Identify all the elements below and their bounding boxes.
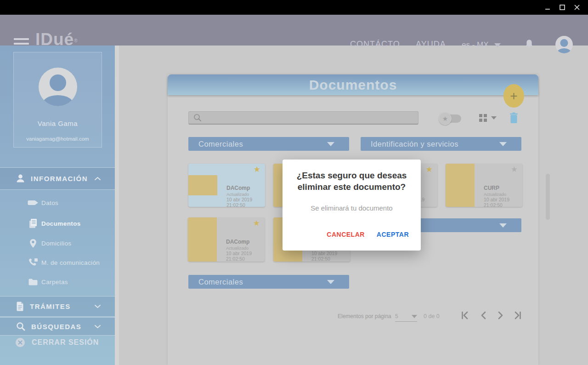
- search-icon: [16, 322, 25, 331]
- prev-page-button[interactable]: [479, 311, 488, 320]
- filter-label: Comerciales: [198, 278, 327, 286]
- star-icon[interactable]: ★: [426, 165, 433, 174]
- sidebar-section-label: INFORMACIÓN: [31, 175, 94, 182]
- accept-button[interactable]: ACEPTAR: [377, 231, 409, 238]
- next-page-button[interactable]: [496, 311, 505, 320]
- document-title: CURP: [484, 185, 499, 191]
- sidebar-section-busquedas[interactable]: BÚSQUEDAS: [0, 317, 115, 336]
- sidebar-item-comunicacion[interactable]: M. de comunicación: [0, 255, 115, 270]
- document-card-curp[interactable]: ★ CURP Actualizado 10 abr 2019 21:02:50: [446, 164, 522, 207]
- document-card-dacomp[interactable]: ★ DAComp Actualizado 10 abr 2019 21:02:5…: [188, 164, 265, 207]
- person-icon: [16, 174, 25, 183]
- scrollbar[interactable]: [546, 174, 550, 220]
- document-updated: 10 abr 2019 21:02:50: [226, 197, 265, 208]
- minimize-button[interactable]: [541, 0, 554, 15]
- sidebar-section-informacion[interactable]: INFORMACIÓN: [0, 167, 115, 190]
- profile-card: Vania Gama vaniagamag@hotmail.com: [13, 52, 102, 148]
- dialog-title: ¿Estas seguro que deseas eliminar este d…: [291, 170, 413, 193]
- document-status: Actualizado: [484, 192, 506, 197]
- bell-icon[interactable]: [525, 39, 534, 49]
- document-thumbnail: [446, 164, 475, 207]
- first-page-icon: [461, 311, 470, 320]
- prev-page-icon: [479, 311, 488, 320]
- user-avatar[interactable]: [555, 36, 573, 53]
- document-thumbnail: [188, 175, 217, 195]
- chevron-down-icon: [499, 142, 507, 146]
- page-title: Documentos: [309, 77, 397, 93]
- nav-contact[interactable]: CONTÁCTO: [350, 40, 400, 49]
- star-icon[interactable]: ★: [254, 165, 260, 174]
- filter-dropdown-identificacion[interactable]: Identificación y servicios: [361, 137, 521, 151]
- logout-button[interactable]: CERRAR SESIÓN: [0, 335, 115, 350]
- sidebar-section-label: BÚSQUEDAS: [31, 323, 94, 331]
- star-icon[interactable]: ★: [511, 165, 518, 174]
- sidebar: Vania Gama vaniagamag@hotmail.com INFORM…: [0, 46, 115, 365]
- plus-icon: +: [510, 89, 517, 103]
- documents-icon: [28, 218, 39, 228]
- document-title: DAComp: [226, 239, 249, 245]
- profile-name: Vania Gama: [14, 120, 102, 127]
- nav-help[interactable]: AYUDA: [416, 40, 446, 49]
- document-updated: 10 abr 2019 21:02:50: [484, 197, 522, 208]
- star-icon[interactable]: ★: [253, 218, 260, 228]
- sidebar-item-label: Domicilios: [41, 240, 72, 247]
- avatar-head: [560, 39, 568, 47]
- chevron-down-icon: [327, 280, 334, 284]
- close-button[interactable]: [571, 0, 583, 15]
- search-box: [188, 111, 418, 125]
- page-range: 0 de 0: [424, 313, 440, 319]
- panel-header: Documentos: [168, 74, 538, 95]
- chevron-down-icon: [412, 315, 417, 318]
- sidebar-item-documentos[interactable]: Documentos: [0, 216, 115, 231]
- language-selector[interactable]: es - MX: [462, 40, 501, 50]
- filter-dropdown-comerciales-2[interactable]: Comerciales: [188, 275, 349, 289]
- filter-label: Comerciales: [198, 140, 327, 148]
- filter-dropdown-comerciales[interactable]: Comerciales: [188, 137, 349, 151]
- add-document-button[interactable]: +: [503, 84, 524, 108]
- sidebar-item-carpetas[interactable]: Carpetas: [0, 274, 115, 289]
- search-icon: [193, 114, 202, 122]
- document-status: Actualizado: [226, 245, 249, 251]
- close-circle-icon: [15, 337, 25, 348]
- sidebar-item-label: Datos: [41, 200, 58, 206]
- favorites-toggle[interactable]: ★: [439, 112, 462, 125]
- sidebar-item-domicilios[interactable]: Domicilios: [0, 236, 115, 251]
- search-input[interactable]: [202, 114, 418, 121]
- next-page-icon: [496, 311, 505, 320]
- phone-icon: [28, 258, 39, 267]
- trash-button[interactable]: [509, 112, 518, 124]
- avatar-shoulders: [557, 48, 571, 53]
- sidebar-item-datos[interactable]: Datos: [0, 195, 115, 210]
- view-mode-button[interactable]: [479, 114, 497, 122]
- chevron-down-icon: [491, 116, 497, 120]
- profile-email: vaniagamag@hotmail.com: [14, 136, 102, 142]
- minimize-icon: [544, 4, 551, 11]
- last-page-icon: [513, 311, 522, 320]
- sidebar-item-label: Documentos: [41, 220, 81, 227]
- first-page-button[interactable]: [461, 311, 470, 320]
- maximize-button[interactable]: [556, 0, 569, 15]
- document-title: DAComp: [226, 185, 250, 191]
- chevron-down-icon: [494, 43, 501, 47]
- cancel-button[interactable]: CANCELAR: [327, 231, 365, 238]
- page-size-select[interactable]: 5: [395, 313, 417, 322]
- pin-icon: [28, 239, 39, 248]
- card-icon: [28, 200, 39, 206]
- language-value: es - MX: [462, 40, 489, 49]
- document-updated: 10 abr 2019 21:02:50: [311, 251, 350, 262]
- page-size-value: 5: [395, 313, 398, 319]
- app-window: IDué® DILIGENCE AUTHENTICATION CONTÁCTO …: [0, 0, 588, 365]
- sidebar-item-label: Carpetas: [41, 279, 68, 285]
- document-card-dacomp-2[interactable]: ★ DAComp Actualizado 10 abr 2019 21:02:5…: [188, 217, 265, 262]
- sidebar-item-label: M. de comunicación: [41, 259, 100, 266]
- close-icon: [574, 4, 580, 11]
- last-page-button[interactable]: [513, 311, 522, 320]
- dialog-message: Se eliminará tu documento: [283, 204, 421, 212]
- registered-mark: ®: [74, 38, 77, 43]
- avatar-shoulders: [42, 95, 74, 106]
- trash-icon: [509, 112, 518, 124]
- file-icon: [16, 302, 24, 311]
- filter-label: Identificación y servicios: [371, 140, 499, 148]
- folder-icon: [28, 278, 39, 286]
- sidebar-section-tramites[interactable]: TRÁMITES: [0, 296, 115, 317]
